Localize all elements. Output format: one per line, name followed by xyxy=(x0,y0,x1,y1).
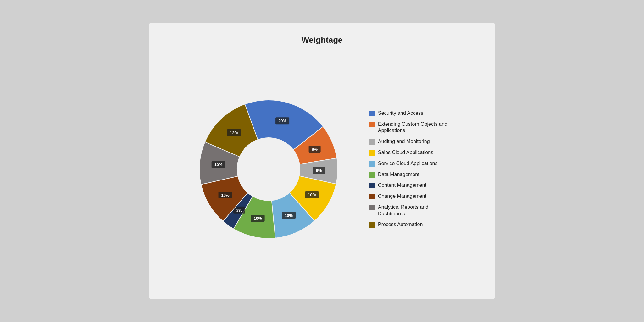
legend-color-6 xyxy=(369,183,375,188)
chart-legend: Security and AccessExtending Custom Obje… xyxy=(369,110,457,228)
legend-label-4: Service Cloud Applications xyxy=(378,160,437,167)
legend-item-4: Service Cloud Applications xyxy=(369,160,457,167)
legend-color-4 xyxy=(369,161,375,167)
legend-color-5 xyxy=(369,172,375,178)
legend-color-9 xyxy=(369,222,375,228)
donut-chart: 20%8%6%10%10%10%3%10%10%13% xyxy=(187,87,350,251)
legend-item-6: Content Management xyxy=(369,182,457,189)
label-text-service: 10% xyxy=(285,213,293,218)
legend-label-9: Process Automation xyxy=(378,221,423,228)
legend-color-0 xyxy=(369,111,375,116)
legend-color-8 xyxy=(369,205,375,210)
legend-label-8: Analytics, Reports andDashboards xyxy=(378,204,428,217)
legend-item-2: Auditng and Monitoring xyxy=(369,138,457,145)
legend-label-2: Auditng and Monitoring xyxy=(378,138,430,145)
donut-svg: 20%8%6%10%10%10%3%10%10%13% xyxy=(187,87,350,251)
legend-item-1: Extending Custom Objects andApplications xyxy=(369,121,457,134)
label-text-analytics: 10% xyxy=(214,162,223,167)
legend-item-3: Sales Cloud Applications xyxy=(369,149,457,156)
legend-item-5: Data Management xyxy=(369,171,457,178)
legend-color-3 xyxy=(369,150,375,156)
label-text-content: 3% xyxy=(236,208,242,212)
label-text-sales: 10% xyxy=(308,192,316,197)
chart-container: Weightage 20%8%6%10%10%10%3%10%10%13% Se… xyxy=(149,23,495,299)
legend-item-8: Analytics, Reports andDashboards xyxy=(369,204,457,217)
legend-label-3: Sales Cloud Applications xyxy=(378,149,433,156)
legend-label-5: Data Management xyxy=(378,171,419,178)
legend-color-7 xyxy=(369,194,375,199)
legend-color-2 xyxy=(369,139,375,145)
label-text-extending: 8% xyxy=(312,147,318,151)
legend-label-7: Change Management xyxy=(378,193,426,200)
chart-body: 20%8%6%10%10%10%3%10%10%13% Security and… xyxy=(162,51,482,287)
chart-title: Weightage xyxy=(302,35,343,45)
label-text-change: 10% xyxy=(221,192,230,197)
label-text-security: 20% xyxy=(278,119,286,123)
label-text-process: 13% xyxy=(230,130,238,135)
legend-label-0: Security and Access xyxy=(378,110,423,117)
label-text-data: 10% xyxy=(254,216,262,221)
legend-label-1: Extending Custom Objects andApplications xyxy=(378,121,447,134)
legend-item-7: Change Management xyxy=(369,193,457,200)
legend-item-0: Security and Access xyxy=(369,110,457,117)
legend-item-9: Process Automation xyxy=(369,221,457,228)
legend-label-6: Content Management xyxy=(378,182,426,189)
legend-color-1 xyxy=(369,122,375,127)
label-text-auditing: 6% xyxy=(316,168,322,173)
